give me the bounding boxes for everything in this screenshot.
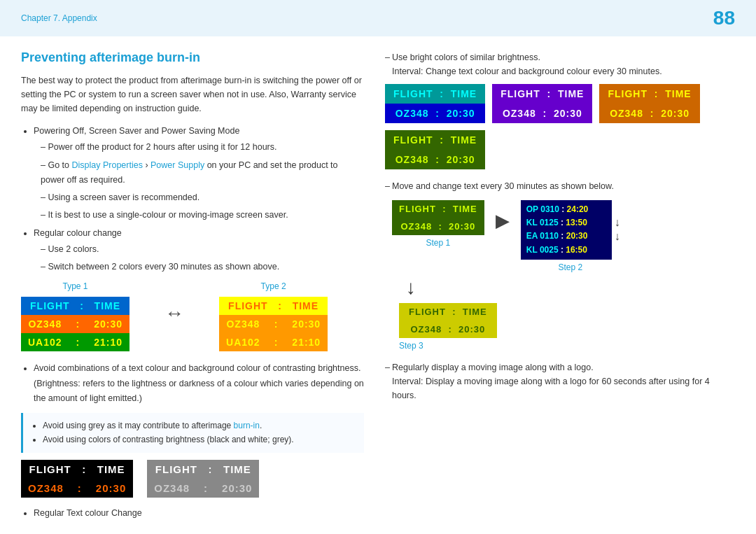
sub-list-powering: Power off the product for 2 hours after … xyxy=(34,140,364,223)
page-header: Chapter 7. Appendix 88 xyxy=(0,0,756,36)
double-arrows: ↓ ↓ xyxy=(615,216,620,243)
type1-header: FLIGHT : TIME xyxy=(21,297,130,315)
step3-table: FLIGHT : TIME OZ348 : 20:30 xyxy=(399,303,497,338)
type1-oz: OZ348 xyxy=(21,315,69,333)
table-row: UA102 : 21:10 xyxy=(219,333,328,351)
regular-item: Regular Text colour Change xyxy=(34,506,364,521)
step1-arrow: ▶ xyxy=(496,200,510,232)
sub-item-3: Using a screen saver is recommended. xyxy=(41,190,364,205)
switch-arrow: ↔ xyxy=(164,281,184,325)
type2-block: Type 2 FLIGHT : TIME OZ348 : 20:30 UA102… xyxy=(219,281,328,351)
table-row: OZ348 : 20:30 xyxy=(147,479,259,498)
table-row: FLIGHT : TIME xyxy=(21,460,133,479)
table-row: OZ348 : 20:30 xyxy=(21,315,130,333)
table-row: FLIGHT : TIME xyxy=(492,84,592,104)
intro-text: The best way to protect the product from… xyxy=(21,73,364,115)
right-column: Use bright colors of similar brightness.… xyxy=(385,50,735,524)
table-row: OZ348 : 20:30 xyxy=(219,315,328,333)
power-supply-link[interactable]: Power Supply xyxy=(150,160,204,170)
warning-item-2: Avoid using colors of contrasting bright… xyxy=(43,433,356,447)
table-row: OZ348 : 20:30 xyxy=(385,150,485,169)
step3-block: FLIGHT : TIME OZ348 : 20:30 Step 3 xyxy=(385,303,735,351)
type1-table: FLIGHT : TIME OZ348 : 20:30 UA102 : 21:1… xyxy=(21,297,130,351)
sub-item-4: It is best to use a single-colour or mov… xyxy=(41,208,364,223)
left-column: Preventing afterimage burn-in The best w… xyxy=(21,50,364,524)
table-row: FLIGHT : TIME xyxy=(147,460,259,479)
sub-colour-2: Switch between 2 colors every 30 minutes… xyxy=(41,260,364,274)
table-row: OZ348 : 20:30 xyxy=(399,321,497,338)
bottom-blacks: FLIGHT : TIME OZ348 : 20:30 FLIGHT : TIM… xyxy=(21,460,364,498)
sub-colour-1: Use 2 colors. xyxy=(41,242,364,257)
burn-in-link[interactable]: burn-in xyxy=(234,421,260,430)
page-number: 88 xyxy=(713,7,735,29)
types-container: Type 1 FLIGHT : TIME OZ348 : 20:30 UA102… xyxy=(21,281,364,351)
warning-list: Avoid using grey as it may contribute to… xyxy=(31,419,356,447)
yellow-table2: FLIGHT : TIME OZ348 : 20:30 xyxy=(599,84,699,123)
step1-label: Step 1 xyxy=(426,238,451,248)
table-row: OZ348 : 20:30 xyxy=(492,104,592,123)
regular-list: Regular Text colour Change xyxy=(21,506,364,521)
move-text-item: Move and change text every 30 minutes as… xyxy=(385,179,735,193)
sub-list-colour: Use 2 colors. Switch between 2 colors ev… xyxy=(34,242,364,275)
avoid-list: Avoid combinations of a text colour and … xyxy=(21,361,364,406)
section-title: Preventing afterimage burn-in xyxy=(21,50,364,65)
table-row: FLIGHT : TIME xyxy=(385,84,485,104)
type2-table: FLIGHT : TIME OZ348 : 20:30 UA102 : 21:1… xyxy=(219,297,328,351)
table-row: OZ348 : 20:30 xyxy=(21,479,133,498)
step1-block: FLIGHT : TIME OZ348 : 20:30 Step 1 xyxy=(392,200,484,248)
type2-header: FLIGHT : TIME xyxy=(219,297,328,315)
table-row: FLIGHT : TIME xyxy=(21,297,130,315)
green-table2: FLIGHT : TIME OZ348 : 20:30 xyxy=(385,130,485,169)
type1-block: Type 1 FLIGHT : TIME OZ348 : 20:30 UA102… xyxy=(21,281,130,351)
main-list: Powering Off, Screen Saver and Power Sav… xyxy=(21,124,364,274)
warning-item-1: Avoid using grey as it may contribute to… xyxy=(43,419,356,433)
cyan-blue-table: FLIGHT : TIME OZ348 : 20:30 xyxy=(385,84,485,123)
step2-label: Step 2 xyxy=(558,262,582,272)
step2-block: OP 0310 : 24:20 KL 0125 : 13:50 EA 0110 … xyxy=(521,200,620,272)
step2-multi: OP 0310 : 24:20 KL 0125 : 13:50 EA 0110 … xyxy=(521,200,612,260)
table-row: FLIGHT : TIME xyxy=(392,200,484,218)
sub-item-1: Power off the product for 2 hours after … xyxy=(41,140,364,155)
table-row: OZ348 : 20:30 xyxy=(392,218,484,235)
purple-table: FLIGHT : TIME OZ348 : 20:30 xyxy=(492,84,592,123)
table-row: FLIGHT : TIME xyxy=(599,84,699,104)
list-item-powering: Powering Off, Screen Saver and Power Sav… xyxy=(34,124,364,223)
color-grids: FLIGHT : TIME OZ348 : 20:30 FLIGHT : TIM… xyxy=(385,84,735,169)
step3-label: Step 3 xyxy=(399,341,424,351)
grey-table: FLIGHT : TIME OZ348 : 20:30 xyxy=(147,460,259,498)
content-wrapper: Preventing afterimage burn-in The best w… xyxy=(0,36,756,534)
black-table: FLIGHT : TIME OZ348 : 20:30 xyxy=(21,460,133,498)
steps-row: FLIGHT : TIME OZ348 : 20:30 Step 1 ▶ OP … xyxy=(392,200,735,272)
table-row: FLIGHT : TIME xyxy=(219,297,328,315)
step1-table: FLIGHT : TIME OZ348 : 20:30 xyxy=(392,200,484,235)
type1-ua: UA102 xyxy=(21,333,69,351)
table-row: OZ348 : 20:30 xyxy=(599,104,699,123)
sub-item-2: Go to Display Properties › Power Supply … xyxy=(41,158,364,188)
table-row: OZ348 : 20:30 xyxy=(385,104,485,123)
type1-label: Type 1 xyxy=(63,281,88,291)
list-item-colour: Regular colour change Use 2 colors. Swit… xyxy=(34,226,364,275)
display-properties-link[interactable]: Display Properties xyxy=(71,160,142,170)
table-row: FLIGHT : TIME xyxy=(385,130,485,150)
avoid-item: Avoid combinations of a text colour and … xyxy=(34,361,364,406)
table-row: FLIGHT : TIME xyxy=(399,303,497,321)
table-row: UA102 : 21:10 xyxy=(21,333,130,351)
regularly-item: Regularly display a moving image along w… xyxy=(385,360,735,402)
step3-down-arrow: ↓ xyxy=(385,276,735,299)
type2-label: Type 2 xyxy=(261,281,286,291)
bright-colors-item: Use bright colors of similar brightness.… xyxy=(385,50,735,78)
warning-box: Avoid using grey as it may contribute to… xyxy=(21,413,364,453)
chapter-label: Chapter 7. Appendix xyxy=(21,13,97,23)
